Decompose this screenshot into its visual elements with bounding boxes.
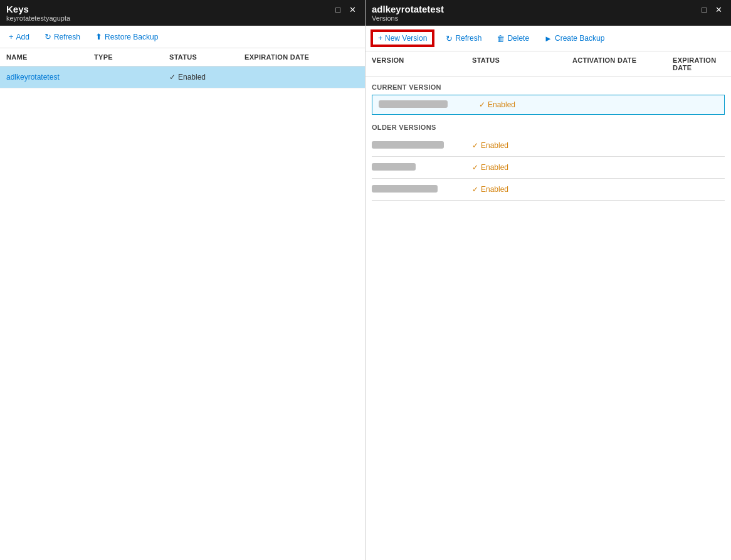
left-title-bar: Keys keyrotatetestyagupta □ ✕: [0, 0, 365, 26]
left-close-btn[interactable]: ✕: [347, 5, 359, 14]
left-panel-subtitle: keyrotatetestyagupta: [6, 14, 70, 22]
left-panel-title: Keys: [6, 4, 70, 14]
older-version-row-2[interactable]: ✓ Enabled: [372, 157, 725, 179]
right-body: CURRENT VERSION ✓ Enabled OLDE: [366, 77, 731, 560]
older-version-id-3: [372, 185, 472, 194]
refresh-icon: ↻: [45, 32, 51, 41]
col-header-expiry: EXPIRATION DATE: [245, 53, 359, 61]
key-status: ✓ Enabled: [169, 73, 245, 82]
right-refresh-button[interactable]: ↻ Refresh: [443, 33, 484, 45]
older-version-id-1: [372, 141, 472, 150]
right-close-btn[interactable]: ✕: [713, 5, 725, 14]
older-versions-section: OLDER VERSIONS ✓ Enabled: [366, 117, 731, 201]
left-refresh-button[interactable]: ↻ Refresh: [42, 31, 83, 43]
right-toolbar: + New Version ↻ Refresh 🗑 Delete ► Creat…: [366, 26, 731, 51]
add-button[interactable]: + Add: [6, 31, 32, 43]
col-header-type: TYPE: [94, 53, 169, 61]
current-version-label: CURRENT VERSION: [372, 77, 725, 95]
col-header-status: STATUS: [169, 53, 245, 61]
older-version-blurred-2: [372, 163, 416, 171]
left-title-text: Keys keyrotatetestyagupta: [6, 4, 70, 22]
right-title-bar: adlkeyrotatetest Versions □ ✕: [366, 0, 731, 26]
col-header-name: NAME: [6, 53, 94, 61]
right-title-controls: □ ✕: [699, 5, 725, 14]
restore-backup-button[interactable]: ⬆ Restore Backup: [93, 31, 160, 43]
rcol-header-status: STATUS: [472, 56, 572, 71]
trash-icon: 🗑: [497, 34, 505, 43]
older-check-icon-1: ✓: [472, 141, 478, 150]
older-versions-label: OLDER VERSIONS: [372, 117, 725, 135]
table-row[interactable]: adlkeyrotatetest ✓ Enabled: [0, 66, 365, 88]
current-check-icon: ✓: [479, 100, 485, 109]
left-table-header: NAME TYPE STATUS EXPIRATION DATE: [0, 48, 365, 66]
new-version-button[interactable]: + New Version: [372, 31, 433, 46]
older-version-status-1: ✓ Enabled: [472, 141, 572, 150]
current-version-section: CURRENT VERSION ✓ Enabled: [366, 77, 731, 115]
new-version-plus-icon: +: [378, 34, 382, 43]
right-panel: adlkeyrotatetest Versions □ ✕ + New Vers…: [366, 0, 731, 560]
right-table-header: VERSION STATUS ACTIVATION DATE EXPIRATIO…: [366, 51, 731, 77]
current-version-id-blurred: [379, 100, 448, 108]
plus-icon: +: [9, 32, 14, 41]
older-version-id-2: [372, 163, 472, 172]
right-minimize-btn[interactable]: □: [699, 5, 709, 14]
older-version-blurred-1: [372, 141, 444, 149]
right-panel-subtitle: Versions: [372, 14, 444, 22]
older-check-icon-2: ✓: [472, 163, 478, 172]
current-version-status: ✓ Enabled: [479, 100, 579, 109]
right-title-text: adlkeyrotatetest Versions: [372, 4, 444, 22]
left-minimize-btn[interactable]: □: [333, 5, 343, 14]
left-table-body: adlkeyrotatetest ✓ Enabled: [0, 66, 365, 560]
current-version-id: [379, 100, 479, 109]
older-version-status-3: ✓ Enabled: [472, 185, 572, 194]
upload-icon: ⬆: [95, 32, 102, 41]
older-check-icon-3: ✓: [472, 185, 478, 194]
older-version-blurred-3: [372, 185, 438, 193]
left-panel: Keys keyrotatetestyagupta □ ✕ + Add ↻ Re…: [0, 0, 366, 560]
older-version-row-3[interactable]: ✓ Enabled: [372, 179, 725, 201]
key-name: adlkeyrotatetest: [6, 73, 94, 82]
delete-button[interactable]: 🗑 Delete: [494, 33, 532, 45]
rcol-header-expiry: EXPIRATION DATE: [673, 56, 725, 71]
rcol-header-version: VERSION: [372, 56, 472, 71]
create-backup-button[interactable]: ► Create Backup: [542, 33, 607, 45]
older-version-row-1[interactable]: ✓ Enabled: [372, 135, 725, 157]
left-title-controls: □ ✕: [333, 5, 359, 14]
checkmark-icon: ✓: [169, 73, 176, 82]
rcol-header-activation: ACTIVATION DATE: [572, 56, 673, 71]
older-version-status-2: ✓ Enabled: [472, 163, 572, 172]
current-version-row[interactable]: ✓ Enabled: [372, 95, 725, 115]
play-icon: ►: [544, 34, 552, 43]
right-panel-title: adlkeyrotatetest: [372, 4, 444, 14]
left-toolbar: + Add ↻ Refresh ⬆ Restore Backup: [0, 26, 365, 48]
right-refresh-icon: ↻: [446, 34, 453, 43]
